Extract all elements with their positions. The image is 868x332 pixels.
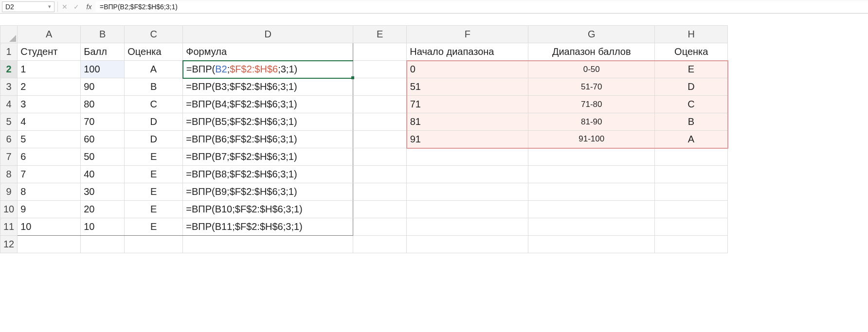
cell-F2[interactable]: 0 bbox=[407, 61, 528, 78]
cell-D3[interactable]: =ВПР(B3;$F$2:$H$6;3;1) bbox=[183, 78, 353, 96]
cell-H3[interactable]: D bbox=[655, 78, 728, 96]
cell-A4[interactable]: 3 bbox=[18, 96, 81, 113]
cell-H1[interactable]: Оценка bbox=[655, 43, 728, 61]
cell-C9[interactable]: E bbox=[125, 183, 183, 201]
cell-A7[interactable]: 6 bbox=[18, 148, 81, 166]
cell-B4[interactable]: 80 bbox=[81, 96, 125, 113]
col-header-A[interactable]: A bbox=[18, 26, 81, 43]
cell-C4[interactable]: C bbox=[125, 96, 183, 113]
cell-D9[interactable]: =ВПР(B9;$F$2:$H$6;3;1) bbox=[183, 183, 353, 201]
row-header-1[interactable]: 1 bbox=[0, 43, 18, 61]
row-header-3[interactable]: 3 bbox=[0, 78, 18, 96]
col-header-H[interactable]: H bbox=[655, 26, 728, 43]
cell-G2[interactable]: 0-50 bbox=[528, 61, 655, 78]
cell-E7[interactable] bbox=[353, 148, 407, 166]
cell-B7[interactable]: 50 bbox=[81, 148, 125, 166]
cell-G5[interactable]: 81-90 bbox=[528, 113, 655, 131]
cell-A1[interactable]: Студент bbox=[18, 43, 81, 61]
cell-B10[interactable]: 20 bbox=[81, 201, 125, 218]
cell-E11[interactable] bbox=[353, 218, 407, 236]
col-header-G[interactable]: G bbox=[528, 26, 655, 43]
cell-A3[interactable]: 2 bbox=[18, 78, 81, 96]
select-all-corner[interactable] bbox=[0, 26, 18, 43]
cell-B1[interactable]: Балл bbox=[81, 43, 125, 61]
cell-A6[interactable]: 5 bbox=[18, 131, 81, 148]
cell-G10[interactable] bbox=[528, 201, 655, 218]
cell-G11[interactable] bbox=[528, 218, 655, 236]
cell-C10[interactable]: E bbox=[125, 201, 183, 218]
cell-F6[interactable]: 91 bbox=[407, 131, 528, 148]
cell-F4[interactable]: 71 bbox=[407, 96, 528, 113]
cell-E12[interactable] bbox=[353, 236, 407, 253]
cell-C6[interactable]: D bbox=[125, 131, 183, 148]
cell-E5[interactable] bbox=[353, 113, 407, 131]
formula-input[interactable]: =ВПР(B2;$F$2:$H$6;3;1) bbox=[96, 1, 868, 12]
cell-A10[interactable]: 9 bbox=[18, 201, 81, 218]
cell-H5[interactable]: B bbox=[655, 113, 728, 131]
col-header-C[interactable]: C bbox=[125, 26, 183, 43]
cell-B3[interactable]: 90 bbox=[81, 78, 125, 96]
row-header-8[interactable]: 8 bbox=[0, 166, 18, 183]
cell-G9[interactable] bbox=[528, 183, 655, 201]
fx-icon[interactable]: fx bbox=[82, 3, 96, 11]
cell-A12[interactable] bbox=[18, 236, 81, 253]
cell-B12[interactable] bbox=[81, 236, 125, 253]
cell-H8[interactable] bbox=[655, 166, 728, 183]
cell-H7[interactable] bbox=[655, 148, 728, 166]
cell-B9[interactable]: 30 bbox=[81, 183, 125, 201]
cell-D10[interactable]: =ВПР(B10;$F$2:$H$6;3;1) bbox=[183, 201, 353, 218]
cell-H4[interactable]: C bbox=[655, 96, 728, 113]
cell-A11[interactable]: 10 bbox=[18, 218, 81, 236]
cell-F5[interactable]: 81 bbox=[407, 113, 528, 131]
cell-B6[interactable]: 60 bbox=[81, 131, 125, 148]
cell-A9[interactable]: 8 bbox=[18, 183, 81, 201]
cell-D7[interactable]: =ВПР(B7;$F$2:$H$6;3;1) bbox=[183, 148, 353, 166]
row-header-9[interactable]: 9 bbox=[0, 183, 18, 201]
cell-C7[interactable]: E bbox=[125, 148, 183, 166]
cell-B8[interactable]: 40 bbox=[81, 166, 125, 183]
cell-C2[interactable]: A bbox=[125, 61, 183, 78]
cell-H9[interactable] bbox=[655, 183, 728, 201]
row-header-11[interactable]: 11 bbox=[0, 218, 18, 236]
row-header-4[interactable]: 4 bbox=[0, 96, 18, 113]
cell-D4[interactable]: =ВПР(B4;$F$2:$H$6;3;1) bbox=[183, 96, 353, 113]
cell-D1[interactable]: Формула bbox=[183, 43, 353, 61]
cell-E3[interactable] bbox=[353, 78, 407, 96]
col-header-F[interactable]: F bbox=[407, 26, 528, 43]
cell-D11[interactable]: =ВПР(B11;$F$2:$H$6;3;1) bbox=[183, 218, 353, 236]
grid[interactable]: A B C D E F G H 1 Студент Балл Оценка Фо… bbox=[0, 25, 728, 253]
cell-F7[interactable] bbox=[407, 148, 528, 166]
col-header-E[interactable]: E bbox=[353, 26, 407, 43]
chevron-down-icon[interactable]: ▾ bbox=[48, 3, 51, 10]
row-header-12[interactable]: 12 bbox=[0, 236, 18, 253]
row-header-10[interactable]: 10 bbox=[0, 201, 18, 218]
cell-C1[interactable]: Оценка bbox=[125, 43, 183, 61]
row-header-6[interactable]: 6 bbox=[0, 131, 18, 148]
cell-C5[interactable]: D bbox=[125, 113, 183, 131]
cell-H11[interactable] bbox=[655, 218, 728, 236]
cell-C3[interactable]: B bbox=[125, 78, 183, 96]
cell-G6[interactable]: 91-100 bbox=[528, 131, 655, 148]
cell-A5[interactable]: 4 bbox=[18, 113, 81, 131]
cell-F9[interactable] bbox=[407, 183, 528, 201]
cell-D8[interactable]: =ВПР(B8;$F$2:$H$6;3;1) bbox=[183, 166, 353, 183]
cell-A2[interactable]: 1 bbox=[18, 61, 81, 78]
cell-G7[interactable] bbox=[528, 148, 655, 166]
row-header-5[interactable]: 5 bbox=[0, 113, 18, 131]
cell-C11[interactable]: E bbox=[125, 218, 183, 236]
col-header-B[interactable]: B bbox=[81, 26, 125, 43]
cell-B2[interactable]: 100 bbox=[81, 61, 125, 78]
cell-A8[interactable]: 7 bbox=[18, 166, 81, 183]
cell-E8[interactable] bbox=[353, 166, 407, 183]
cell-C12[interactable] bbox=[125, 236, 183, 253]
cell-D6[interactable]: =ВПР(B6;$F$2:$H$6;3;1) bbox=[183, 131, 353, 148]
cell-F12[interactable] bbox=[407, 236, 528, 253]
cell-E6[interactable] bbox=[353, 131, 407, 148]
cell-E9[interactable] bbox=[353, 183, 407, 201]
cell-F1[interactable]: Начало диапазона bbox=[407, 43, 528, 61]
cell-E1[interactable] bbox=[353, 43, 407, 61]
cell-D2[interactable]: =ВПР(B2;$F$2:$H$6;3;1) bbox=[183, 61, 353, 78]
cell-B11[interactable]: 10 bbox=[81, 218, 125, 236]
name-box[interactable]: D2 ▾ bbox=[2, 1, 54, 12]
cell-E2[interactable] bbox=[353, 61, 407, 78]
